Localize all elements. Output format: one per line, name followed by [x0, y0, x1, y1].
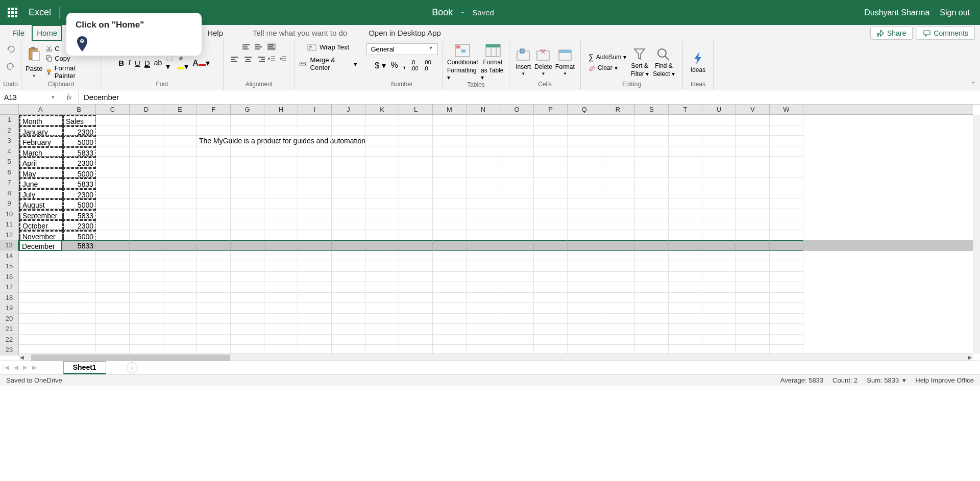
cell-I3[interactable] [298, 136, 332, 146]
cell-W10[interactable] [770, 209, 803, 220]
cell-S2[interactable] [635, 125, 669, 136]
cell-F5[interactable] [197, 157, 231, 167]
cell-L2[interactable] [399, 125, 433, 136]
cell-I14[interactable] [298, 251, 332, 262]
underline-button[interactable]: U [135, 59, 140, 67]
cell-O2[interactable] [500, 125, 534, 136]
cell-I5[interactable] [298, 157, 332, 167]
cell-C10[interactable] [96, 209, 130, 220]
cell-P14[interactable] [534, 251, 568, 262]
cell-N1[interactable] [467, 115, 500, 125]
cell-H20[interactable] [264, 314, 298, 324]
cell-B14[interactable] [62, 251, 96, 262]
cell-N10[interactable] [467, 209, 500, 220]
cell-Q12[interactable] [568, 230, 601, 241]
cell-H12[interactable] [264, 230, 298, 241]
column-header-U[interactable]: U [702, 105, 736, 114]
user-name[interactable]: Dushyant Sharma [864, 8, 929, 17]
cell-B19[interactable] [62, 303, 96, 314]
cell-Q5[interactable] [568, 157, 601, 167]
cell-S8[interactable] [635, 188, 669, 199]
cell-M16[interactable] [433, 272, 467, 283]
cell-R22[interactable] [601, 335, 635, 345]
cell-H13[interactable] [264, 240, 298, 251]
cell-L3[interactable] [399, 136, 433, 146]
cell-A8[interactable]: July [19, 188, 62, 199]
cell-E18[interactable] [163, 293, 197, 303]
select-all-button[interactable] [0, 105, 19, 115]
cell-K22[interactable] [365, 335, 399, 345]
cell-C15[interactable] [96, 261, 130, 272]
sheet-nav-first[interactable]: |◀ [3, 364, 9, 371]
cell-E14[interactable] [163, 251, 197, 262]
cell-M11[interactable] [433, 219, 467, 230]
cell-H9[interactable] [264, 198, 298, 209]
increase-decimal-button[interactable]: .0.00 [410, 59, 418, 71]
cell-C3[interactable] [96, 136, 130, 146]
cell-H17[interactable] [264, 282, 298, 293]
format-as-table-button[interactable]: Format as Table ▾ [481, 43, 505, 81]
cell-O16[interactable] [500, 272, 534, 283]
cell-J1[interactable] [332, 115, 365, 125]
cell-O6[interactable] [500, 167, 534, 178]
cell-I1[interactable] [298, 115, 332, 125]
cell-F6[interactable] [197, 167, 231, 178]
cell-C2[interactable] [96, 125, 130, 136]
cell-U5[interactable] [702, 157, 736, 167]
cell-U18[interactable] [702, 293, 736, 303]
cell-C6[interactable] [96, 167, 130, 178]
cell-N21[interactable] [467, 324, 500, 335]
cell-O3[interactable] [500, 136, 534, 146]
cell-I20[interactable] [298, 314, 332, 324]
cell-T9[interactable] [669, 198, 702, 209]
cell-K2[interactable] [365, 125, 399, 136]
row-header-4[interactable]: 4 [0, 146, 19, 157]
cell-W6[interactable] [770, 167, 803, 178]
align-center-button[interactable] [243, 56, 253, 63]
cell-M5[interactable] [433, 157, 467, 167]
cell-W2[interactable] [770, 125, 803, 136]
cell-B22[interactable] [62, 335, 96, 345]
cell-N19[interactable] [467, 303, 500, 314]
cell-E8[interactable] [163, 188, 197, 199]
cell-J11[interactable] [332, 219, 365, 230]
cell-I2[interactable] [298, 125, 332, 136]
cell-N3[interactable] [467, 136, 500, 146]
cell-G17[interactable] [231, 282, 264, 293]
cell-J3[interactable] [332, 136, 365, 146]
cell-P8[interactable] [534, 188, 568, 199]
cell-V10[interactable] [736, 209, 770, 220]
cell-W20[interactable] [770, 314, 803, 324]
cell-A22[interactable] [19, 335, 62, 345]
cell-H16[interactable] [264, 272, 298, 283]
cell-V5[interactable] [736, 157, 770, 167]
cell-V17[interactable] [736, 282, 770, 293]
row-header-22[interactable]: 22 [0, 335, 19, 345]
cell-E5[interactable] [163, 157, 197, 167]
cell-O17[interactable] [500, 282, 534, 293]
column-header-F[interactable]: F [197, 105, 231, 114]
cell-I9[interactable] [298, 198, 332, 209]
cell-L10[interactable] [399, 209, 433, 220]
cell-U22[interactable] [702, 335, 736, 345]
cell-I19[interactable] [298, 303, 332, 314]
cell-O21[interactable] [500, 324, 534, 335]
cell-R1[interactable] [601, 115, 635, 125]
cell-J17[interactable] [332, 282, 365, 293]
column-header-B[interactable]: B [62, 105, 96, 114]
cell-K21[interactable] [365, 324, 399, 335]
cell-P19[interactable] [534, 303, 568, 314]
cell-U10[interactable] [702, 209, 736, 220]
cell-N14[interactable] [467, 251, 500, 262]
cell-F20[interactable] [197, 314, 231, 324]
cell-B21[interactable] [62, 324, 96, 335]
cell-G12[interactable] [231, 230, 264, 241]
cell-A17[interactable] [19, 282, 62, 293]
cell-S10[interactable] [635, 209, 669, 220]
cell-D9[interactable] [130, 198, 163, 209]
cell-V4[interactable] [736, 146, 770, 157]
cell-E20[interactable] [163, 314, 197, 324]
cell-J12[interactable] [332, 230, 365, 241]
tell-me-search[interactable]: Tell me what you want to do [246, 25, 354, 41]
cell-F13[interactable] [197, 240, 231, 251]
